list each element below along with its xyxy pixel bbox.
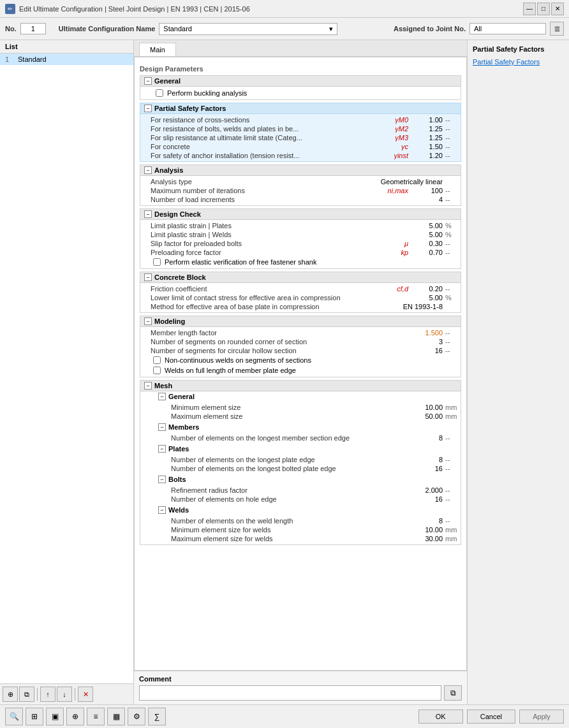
toolbar-add-button[interactable]: ⊕ — [66, 708, 84, 725]
right-panel-title: Partial Safety Factors — [473, 45, 564, 53]
mesh-general-expand[interactable]: − — [158, 393, 166, 400]
tab-main[interactable]: Main — [139, 43, 176, 56]
config-bar: No. 1 Ultimate Configuration Name Standa… — [0, 18, 569, 40]
table-row: Number of elements on the longest plate … — [161, 455, 461, 464]
sidebar-toolbar: ⊕ ⧉ ↑ ↓ ✕ — [0, 683, 133, 704]
sidebar-copy-button[interactable]: ⧉ — [19, 687, 34, 702]
mesh-members-expand[interactable]: − — [158, 423, 166, 431]
sidebar-add-button[interactable]: ⊕ — [3, 687, 18, 702]
table-row: Member length factor 1.500 -- — [140, 328, 461, 337]
design-check-expand[interactable]: − — [144, 210, 152, 218]
table-row: Analysis type Geometrically linear — [140, 177, 461, 186]
sidebar-item-standard[interactable]: 1 Standard — [0, 54, 133, 65]
sidebar-move-up-button[interactable]: ↑ — [40, 687, 55, 702]
mesh-welds-header: − Welds — [145, 505, 461, 515]
concrete-title: Concrete Block — [154, 273, 206, 281]
close-button[interactable]: ✕ — [551, 3, 564, 15]
table-row: Maximum element size 50.00 mm — [161, 412, 461, 421]
general-section: − General Perform buckling analysis — [140, 75, 461, 100]
mesh-members-title: Members — [168, 423, 199, 431]
analysis-title: Analysis — [154, 166, 183, 174]
table-row: Method for effective area of base plate … — [140, 302, 461, 311]
mesh-plates-header: − Plates — [145, 444, 461, 454]
table-row: For resistance of bolts, welds and plate… — [140, 124, 461, 133]
partial-safety-section: − Partial Safety Factors For resistance … — [140, 103, 461, 162]
buckling-checkbox-row: Perform buckling analysis — [145, 88, 461, 98]
mesh-general-title: General — [168, 393, 195, 400]
app-icon: ✏ — [5, 4, 15, 14]
table-row: Slip factor for preloaded bolts μ 0.30 -… — [140, 239, 461, 248]
toolbar-view-button[interactable]: ▣ — [46, 708, 64, 725]
toolbar-search-button[interactable]: 🔍 — [5, 708, 23, 725]
analysis-expand[interactable]: − — [144, 166, 152, 174]
mesh-welds-expand[interactable]: − — [158, 506, 166, 514]
mesh-section: − Mesh − General Minimum element size 10… — [140, 380, 461, 545]
toolbar-formula-button[interactable]: ∑ — [148, 708, 166, 725]
sidebar-delete-button[interactable]: ✕ — [78, 687, 93, 702]
welds-full-length-checkbox[interactable] — [153, 367, 161, 374]
mesh-general-header: − General — [145, 391, 461, 402]
ok-button[interactable]: OK — [418, 710, 463, 724]
table-row: Maximum element size for welds 30.00 mm — [161, 534, 461, 543]
assigned-select-button[interactable]: ☰ — [550, 22, 564, 36]
mesh-plates-expand[interactable]: − — [158, 445, 166, 453]
table-row: For slip resistance at ultimate limit st… — [140, 133, 461, 142]
general-expand[interactable]: − — [144, 77, 152, 85]
mesh-welds-title: Welds — [168, 506, 189, 514]
table-row: Number of elements on the longest member… — [161, 433, 461, 442]
name-dropdown[interactable]: Standard ▾ — [159, 23, 337, 35]
table-row: Number of elements on the longest bolted… — [161, 464, 461, 473]
toolbar-table-button[interactable]: ▦ — [107, 708, 125, 725]
comment-label: Comment — [139, 675, 462, 683]
table-row: Number of segments on rounded corner of … — [140, 337, 461, 346]
toolbar-list-button[interactable]: ≡ — [87, 708, 105, 725]
minimize-button[interactable]: — — [523, 3, 536, 15]
modeling-expand[interactable]: − — [144, 317, 152, 325]
concrete-expand[interactable]: − — [144, 273, 152, 281]
assigned-input[interactable] — [469, 23, 546, 34]
psf-expand[interactable]: − — [144, 105, 152, 112]
mesh-members-header: − Members — [145, 422, 461, 432]
sidebar-header: List — [0, 40, 133, 54]
mesh-bolts-header: − Bolts — [145, 474, 461, 484]
table-row: Number of load increments 4 -- — [140, 195, 461, 204]
sidebar-move-down-button[interactable]: ↓ — [57, 687, 72, 702]
non-continuous-label: Non-continuous welds on segments of sect… — [165, 356, 311, 364]
design-check-section: − Design Check Limit plastic strain | Pl… — [140, 208, 461, 269]
comment-input[interactable] — [139, 685, 441, 701]
apply-button[interactable]: Apply — [519, 710, 564, 724]
welds-full-length-row: Welds on full length of member plate edg… — [140, 365, 461, 375]
table-row: Maximum number of iterations ni,max 100 … — [140, 186, 461, 195]
buckling-checkbox[interactable] — [156, 89, 163, 97]
modeling-section: − Modeling Member length factor 1.500 --… — [140, 316, 461, 377]
table-row: Number of elements on the weld length 8 … — [161, 516, 461, 525]
toolbar-settings-button[interactable]: ⚙ — [128, 708, 145, 725]
title-bar: ✏ Edit Ultimate Configuration | Steel Jo… — [0, 0, 569, 18]
mesh-expand[interactable]: − — [144, 382, 152, 389]
maximize-button[interactable]: □ — [537, 3, 550, 15]
non-continuous-checkbox[interactable] — [153, 356, 161, 364]
toolbar-grid-button[interactable]: ⊞ — [26, 708, 43, 725]
mesh-bolts-expand[interactable]: − — [158, 476, 166, 483]
elastic-verify-label: Perform elastic verification of free fas… — [165, 258, 316, 266]
cancel-button[interactable]: Cancel — [467, 710, 515, 724]
sidebar-item-num: 1 — [5, 55, 15, 63]
comment-copy-button[interactable]: ⧉ — [444, 685, 462, 701]
concrete-block-section: − Concrete Block Friction coefficient cf… — [140, 272, 461, 313]
table-row: Number of elements on hole edge 16 -- — [161, 495, 461, 504]
no-value: 1 — [20, 23, 46, 34]
table-row: Preloading force factor kp 0.70 -- — [140, 248, 461, 257]
design-check-title: Design Check — [154, 210, 201, 218]
table-row: For safety of anchor installation (tensi… — [140, 151, 461, 160]
psf-title: Partial Safety Factors — [154, 105, 226, 112]
design-params-title: Design Parameters — [140, 62, 461, 75]
partial-safety-link[interactable]: Partial Safety Factors — [473, 58, 564, 66]
elastic-verify-checkbox[interactable] — [153, 258, 161, 266]
welds-full-length-label: Welds on full length of member plate edg… — [165, 367, 296, 374]
elastic-verify-row: Perform elastic verification of free fas… — [140, 257, 461, 267]
window-title: Edit Ultimate Configuration | Steel Join… — [19, 5, 250, 13]
table-row: Limit plastic strain | Welds 5.00 % — [140, 230, 461, 239]
table-row: Limit plastic strain | Plates 5.00 % — [140, 221, 461, 230]
analysis-section: − Analysis Analysis type Geometrically l… — [140, 164, 461, 206]
name-label: Ultimate Configuration Name — [59, 25, 156, 33]
